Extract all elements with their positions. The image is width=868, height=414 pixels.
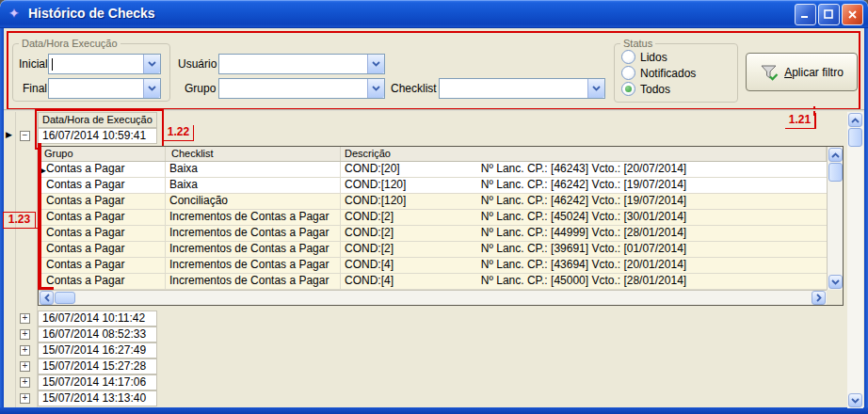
table-row[interactable]: Contas a Pagar Incrementos de Contas a P… <box>39 274 827 290</box>
usuario-label: Usuário <box>178 57 217 71</box>
table-row[interactable]: Contas a Pagar Incrementos de Contas a P… <box>39 242 827 258</box>
inicial-label: Inicial <box>19 57 48 71</box>
detail-grid-header: Grupo Checklist Descrição <box>39 147 827 162</box>
current-row-pointer-icon: ▶ <box>6 130 12 139</box>
tree-row-collapsed[interactable]: 15/07/2014 16:27:49 <box>38 342 157 358</box>
annotation-line-1-23 <box>38 143 41 290</box>
expand-icon[interactable]: + <box>20 393 30 404</box>
collapse-icon[interactable]: − <box>20 131 30 141</box>
main-vertical-scrollbar[interactable] <box>847 112 863 408</box>
datetime-groupbox-label: Data/Hora Execução <box>19 38 121 49</box>
app-icon: ✦ <box>8 6 20 21</box>
scrollbar-corner <box>827 290 843 305</box>
annotation-label-1-22: 1.22 <box>164 125 194 141</box>
window-border-right <box>864 28 868 414</box>
window-title: Histórico de Checks <box>28 6 155 21</box>
final-label: Final <box>23 82 47 95</box>
detail-grid: Grupo Checklist Descrição ▶Contas a Paga… <box>38 146 844 306</box>
filter-funnel-icon <box>760 63 779 82</box>
close-button[interactable] <box>842 4 863 25</box>
scroll-left-button[interactable] <box>40 291 54 305</box>
radio-icon[interactable] <box>621 50 635 64</box>
tree-row-collapsed[interactable]: 15/07/2014 13:13:40 <box>38 390 157 406</box>
grupo-combobox[interactable] <box>218 78 385 99</box>
scroll-right-button[interactable] <box>812 291 826 305</box>
column-header-grupo[interactable]: Grupo <box>39 147 166 161</box>
chevron-down-icon[interactable] <box>143 55 160 73</box>
chevron-right-icon <box>816 294 822 302</box>
chevron-left-icon <box>44 294 50 302</box>
apply-filter-label: Aplicar filtro <box>784 66 844 79</box>
expand-icon[interactable]: + <box>20 345 30 356</box>
scrollbar-thumb[interactable] <box>828 163 843 182</box>
status-groupbox-label: Status <box>620 38 655 49</box>
table-row[interactable]: ▶Contas a Pagar Baixa COND:[20]Nº Lanc. … <box>39 162 827 178</box>
scroll-down-button[interactable] <box>848 393 862 407</box>
table-row[interactable]: Contas a Pagar Incrementos de Contas a P… <box>39 258 827 274</box>
close-icon <box>847 9 858 20</box>
minimize-button[interactable] <box>795 4 816 25</box>
detail-grid-rows: ▶Contas a Pagar Baixa COND:[20]Nº Lanc. … <box>39 162 827 290</box>
app-window: ✦ Histórico de Checks Data/Hora Execução… <box>0 0 868 414</box>
checklist-combobox[interactable] <box>439 78 605 99</box>
expand-icon[interactable]: + <box>20 361 30 372</box>
final-combobox[interactable] <box>48 78 161 99</box>
table-row[interactable]: Contas a Pagar Baixa COND:[120]Nº Lanc. … <box>39 178 827 194</box>
chevron-down-icon[interactable] <box>587 79 604 98</box>
text-caret <box>52 58 53 71</box>
chevron-up-icon <box>831 152 840 158</box>
maximize-icon <box>824 9 834 20</box>
tree-row-collapsed[interactable]: 15/07/2014 15:27:28 <box>38 358 157 374</box>
scroll-up-button[interactable] <box>828 148 843 162</box>
chevron-down-icon <box>851 398 860 404</box>
tree-row-collapsed[interactable]: 16/07/2014 10:11:42 <box>38 310 157 326</box>
scroll-down-button[interactable] <box>828 275 843 289</box>
column-header-checklist[interactable]: Checklist <box>166 147 341 161</box>
radio-notificados[interactable]: Notificados <box>615 65 737 81</box>
apply-filter-button[interactable]: Aplicar filtro <box>746 53 858 91</box>
grupo-label: Grupo <box>185 82 216 95</box>
scrollbar-thumb[interactable] <box>55 292 75 304</box>
radio-lidos[interactable]: Lidos <box>615 49 737 65</box>
tree-row-collapsed[interactable]: 16/07/2014 08:52:33 <box>38 326 157 342</box>
scrollbar-thumb[interactable] <box>848 128 862 147</box>
title-bar: ✦ Histórico de Checks <box>0 0 868 28</box>
window-controls <box>795 4 863 25</box>
table-row[interactable]: Contas a Pagar Conciliação COND:[120]Nº … <box>39 194 827 210</box>
chevron-up-icon <box>851 118 860 123</box>
detail-horizontal-scrollbar[interactable] <box>39 290 827 305</box>
radio-todos-label: Todos <box>640 83 670 96</box>
expand-icon[interactable]: + <box>20 329 30 340</box>
table-row[interactable]: Contas a Pagar Incrementos de Contas a P… <box>39 226 827 242</box>
table-row[interactable]: Contas a Pagar Incrementos de Contas a P… <box>39 210 827 226</box>
chevron-down-icon[interactable] <box>367 55 384 73</box>
chevron-down-icon[interactable] <box>367 79 384 98</box>
radio-lidos-label: Lidos <box>640 51 667 64</box>
tree-column-divider <box>15 112 16 407</box>
radio-icon[interactable] <box>621 66 635 80</box>
annotation-line-foot-1-23 <box>38 287 54 290</box>
usuario-combobox[interactable] <box>218 54 385 74</box>
maximize-button[interactable] <box>818 4 840 25</box>
detail-vertical-scrollbar[interactable] <box>827 147 843 290</box>
window-border-bottom <box>0 407 868 414</box>
column-header-descricao[interactable]: Descrição <box>341 147 827 161</box>
annotation-box-1-22 <box>35 109 164 150</box>
minimize-icon <box>800 9 811 20</box>
tree-row-collapsed[interactable]: 15/07/2014 14:17:06 <box>38 374 157 390</box>
annotation-label-1-21: 1.21 <box>785 113 816 129</box>
status-groupbox: Status Lidos Notificados Todos <box>614 38 738 103</box>
annotation-label-1-23: 1.23 <box>3 212 36 229</box>
radio-selected-icon[interactable] <box>621 82 635 96</box>
expand-icon[interactable]: + <box>20 313 30 324</box>
chevron-down-icon[interactable] <box>143 79 160 98</box>
scroll-up-button[interactable] <box>848 113 862 127</box>
checklist-label: Checklist <box>391 82 437 95</box>
chevron-down-icon <box>831 279 840 285</box>
expand-icon[interactable]: + <box>20 377 30 388</box>
annotation-connector-1-23 <box>3 228 39 229</box>
inicial-combobox[interactable] <box>48 54 161 74</box>
radio-notificados-label: Notificados <box>640 67 696 80</box>
radio-todos[interactable]: Todos <box>615 81 737 97</box>
